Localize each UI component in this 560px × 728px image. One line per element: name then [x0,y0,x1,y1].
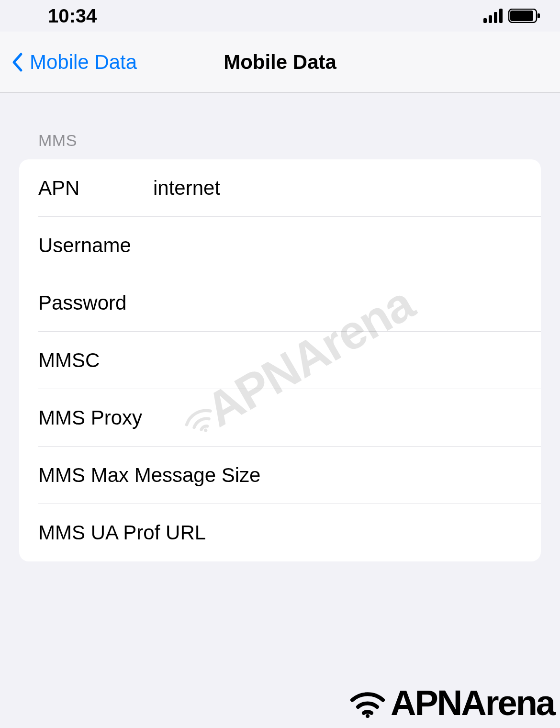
input-apn[interactable] [153,177,541,200]
row-mmsc[interactable]: MMSC [19,332,541,389]
section-header-mms: MMS [38,131,541,150]
back-button[interactable]: Mobile Data [10,51,137,74]
chevron-left-icon [10,52,25,72]
footer-watermark-text: APNArena [391,683,554,723]
svg-rect-5 [510,11,533,21]
row-mms-max-message-size[interactable]: MMS Max Message Size [19,447,541,504]
wifi-icon [348,687,387,718]
row-label-username: Username [38,234,153,257]
input-username[interactable] [153,234,541,257]
settings-group: APN Username Password MMSC MMS Proxy MMS… [19,159,541,561]
row-label-apn: APN [38,177,153,200]
svg-rect-6 [538,13,540,18]
content: MMS APN Username Password MMSC MMS Proxy… [0,93,560,561]
row-mms-proxy[interactable]: MMS Proxy [19,389,541,447]
row-label-mms-max-message-size: MMS Max Message Size [38,464,541,487]
row-label-mms-proxy: MMS Proxy [38,406,541,429]
row-password[interactable]: Password [19,274,541,332]
back-label: Mobile Data [30,51,137,74]
row-label-mmsc: MMSC [38,349,153,372]
row-apn[interactable]: APN [19,159,541,217]
page-title: Mobile Data [224,51,336,74]
status-time: 10:34 [48,5,97,27]
input-password[interactable] [153,291,541,314]
row-label-mms-ua-prof-url: MMS UA Prof URL [38,521,541,544]
footer-watermark: APNArena [348,683,554,723]
svg-rect-2 [494,12,497,23]
svg-rect-3 [499,9,503,23]
svg-rect-1 [489,15,492,23]
status-icons [483,9,541,23]
input-mmsc[interactable] [153,349,541,372]
status-bar: 10:34 [0,0,560,32]
row-username[interactable]: Username [19,217,541,274]
nav-bar: Mobile Data Mobile Data [0,32,560,93]
cellular-signal-icon [483,9,504,23]
svg-point-8 [366,714,370,718]
row-label-password: Password [38,291,153,314]
svg-rect-0 [483,18,487,23]
battery-icon [508,9,541,23]
row-mms-ua-prof-url[interactable]: MMS UA Prof URL [19,504,541,561]
